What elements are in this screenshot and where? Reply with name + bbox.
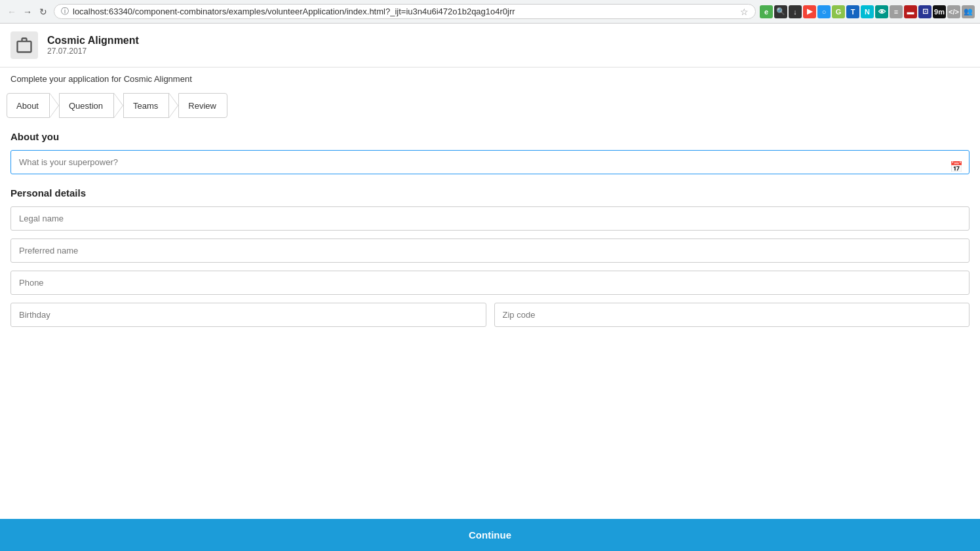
logo-icon [15, 36, 33, 54]
address-bar[interactable]: ⓘ ☆ [54, 4, 756, 19]
browser-nav-buttons: ← → ↻ [5, 5, 50, 18]
ext-icon-12[interactable]: ⊡ [918, 5, 931, 18]
tab-sep-2 [114, 93, 123, 118]
zip-code-input[interactable] [494, 303, 970, 327]
about-you-section: About you 📅 [10, 131, 970, 182]
star-icon[interactable]: ☆ [740, 7, 749, 17]
tabs-container: About Question Teams Review [0, 86, 980, 118]
forward-button[interactable]: → [21, 5, 34, 18]
tab-sep-3 [169, 93, 178, 118]
app-title-block: Cosmic Alignment 27.07.2017 [47, 35, 139, 56]
tab-about[interactable]: About [7, 93, 50, 118]
ext-icon-8[interactable]: N [861, 5, 874, 18]
app-date: 27.07.2017 [47, 47, 139, 56]
ext-icon-13[interactable]: 9m [933, 5, 946, 18]
ext-icon-4[interactable]: ▶ [803, 5, 816, 18]
ext-icon-10[interactable]: ≡ [890, 5, 903, 18]
birthday-zip-row [10, 303, 970, 335]
ext-icon-9[interactable]: 👁 [875, 5, 888, 18]
personal-details-section: Personal details [10, 187, 970, 335]
tab-teams[interactable]: Teams [123, 93, 169, 118]
extensions-bar: e 🔍 ↓ ▶ ○ G T N 👁 ≡ ▬ ⊡ 9m </> 👥 [760, 5, 975, 18]
ext-icon-11[interactable]: ▬ [904, 5, 917, 18]
tab-sep-inner-2 [114, 94, 123, 117]
ext-icon-14[interactable]: </> [947, 5, 960, 18]
main-content: About you 📅 Personal details [0, 118, 980, 348]
lock-icon: ⓘ [61, 6, 69, 17]
tab-sep-inner-3 [169, 94, 178, 117]
app-subtitle-text: Complete your application for Cosmic Ali… [10, 74, 192, 84]
ext-icon-6[interactable]: G [832, 5, 845, 18]
ext-icon-5[interactable]: ○ [817, 5, 831, 18]
ext-icon-15[interactable]: 👥 [962, 5, 975, 18]
refresh-button[interactable]: ↻ [37, 5, 50, 18]
back-button[interactable]: ← [5, 5, 18, 18]
tab-question[interactable]: Question [59, 93, 114, 118]
browser-chrome: ← → ↻ ⓘ ☆ e 🔍 ↓ ▶ ○ G T N 👁 ≡ ▬ ⊡ 9m </>… [0, 0, 980, 24]
tab-sep-1 [50, 93, 59, 118]
personal-details-title: Personal details [10, 187, 970, 199]
ext-icon-3[interactable]: ↓ [789, 5, 802, 18]
app-sub-header: Complete your application for Cosmic Ali… [0, 67, 980, 84]
ext-icon-1[interactable]: e [760, 5, 773, 18]
ext-icon-2[interactable]: 🔍 [774, 5, 787, 18]
app-logo [10, 31, 38, 59]
phone-input[interactable] [10, 271, 970, 295]
preferred-name-input[interactable] [10, 238, 970, 263]
app-title: Cosmic Alignment [47, 35, 139, 47]
tab-review[interactable]: Review [178, 93, 227, 118]
legal-name-input[interactable] [10, 206, 970, 231]
app-header: Cosmic Alignment 27.07.2017 [0, 24, 980, 67]
tab-sep-inner-1 [50, 94, 58, 117]
ext-icon-7[interactable]: T [846, 5, 859, 18]
superpower-wrapper: 📅 [10, 150, 970, 182]
birthday-input[interactable] [10, 303, 486, 327]
about-you-title: About you [10, 131, 970, 142]
superpower-calendar-icon: 📅 [950, 160, 963, 172]
superpower-input[interactable] [10, 150, 970, 174]
url-input[interactable] [73, 7, 736, 16]
